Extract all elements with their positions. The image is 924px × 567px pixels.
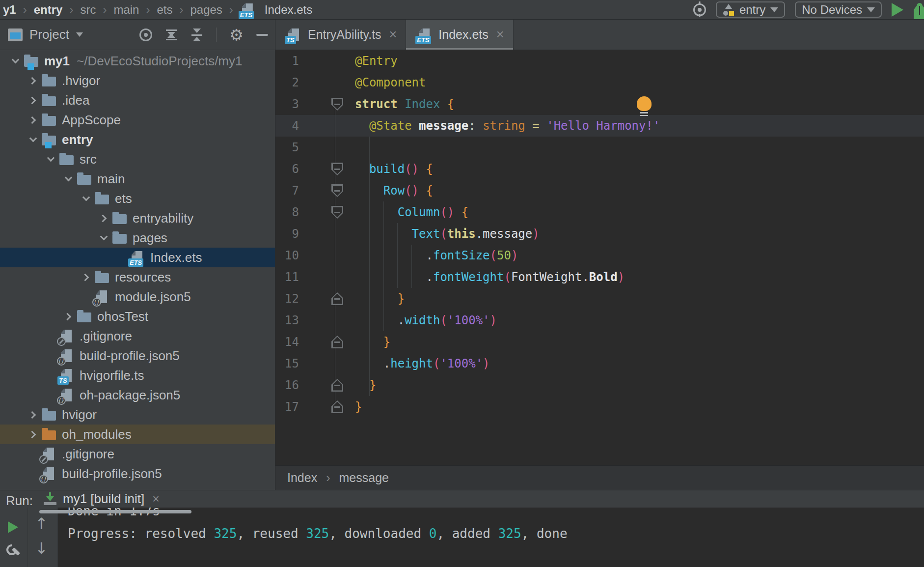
attach-target-icon[interactable] (693, 3, 706, 16)
tree-row--hvigor[interactable]: .hvigor (0, 71, 275, 90)
tree-row-src[interactable]: src (0, 149, 275, 169)
tree-row-ets[interactable]: ets (0, 189, 275, 208)
code-line-12[interactable]: 12 } (275, 288, 924, 310)
chevron-right-icon[interactable] (60, 314, 77, 319)
code-line-2[interactable]: 2@Component (275, 72, 924, 93)
run-button[interactable] (892, 3, 903, 17)
chevron-down-icon[interactable] (7, 59, 24, 62)
close-icon[interactable]: × (152, 492, 160, 506)
breadcrumb-item-pages[interactable]: pages (190, 3, 222, 17)
scroll-down-icon[interactable]: ↓ (35, 539, 48, 558)
tab-entryability-ts[interactable]: TSEntryAbility.ts× (275, 20, 406, 50)
chevron-down-icon[interactable] (60, 177, 77, 180)
breadcrumb-item-y1[interactable]: y1 (3, 3, 16, 17)
tree-item-label: AppScope (62, 113, 121, 128)
code-line-4[interactable]: 4 @State message: string = 'Hello Harmon… (275, 115, 924, 137)
chevron-right-icon[interactable] (78, 275, 94, 280)
wrench-icon[interactable] (6, 544, 21, 559)
chevron-down-icon[interactable] (76, 32, 83, 37)
collapse-all-icon[interactable] (190, 28, 203, 41)
chevron-right-icon[interactable] (25, 412, 41, 418)
fold-close-marker[interactable] (331, 400, 343, 413)
code-line-16[interactable]: 16 } (275, 374, 924, 396)
project-view-title[interactable]: Project (29, 27, 69, 42)
fold-close-marker[interactable] (331, 379, 343, 392)
code-line-15[interactable]: 15 .height('100%') (275, 353, 924, 374)
chevron-right-icon[interactable] (95, 216, 112, 221)
code-line-5[interactable]: 5 (275, 137, 924, 158)
close-icon[interactable]: × (389, 28, 397, 41)
device-selector[interactable]: No Devices (795, 1, 882, 18)
run-tab[interactable]: my1 [build init] × (43, 491, 160, 507)
tree-row-module-json5[interactable]: {}module.json5 (0, 287, 275, 307)
tree-row-resources[interactable]: resources (0, 267, 275, 287)
code-line-10[interactable]: 10 .fontSize(50) (275, 245, 924, 266)
editor-breadcrumb-item-index[interactable]: Index (287, 471, 317, 485)
run-console[interactable]: Done in 1.7sProgress: resolved 325, reus… (58, 508, 924, 567)
tab-label: Index.ets (438, 28, 488, 42)
tree-row--idea[interactable]: .idea (0, 90, 275, 110)
locate-file-icon[interactable] (139, 28, 152, 41)
hide-panel-icon[interactable] (256, 34, 268, 36)
code-line-9[interactable]: 9 Text(this.message) (275, 223, 924, 245)
tree-row-my1[interactable]: my1~/DevEcoStudioProjects/my1 (0, 51, 275, 71)
code-line-13[interactable]: 13 .width('100%') (275, 310, 924, 331)
fold-close-marker[interactable] (331, 292, 343, 305)
top-toolbar: y1›entry›src›main›ets›pages›ETSIndex.ets… (0, 0, 924, 20)
breadcrumb-item-index-ets[interactable]: ETSIndex.ets (240, 2, 312, 17)
code-line-3[interactable]: 3struct Index { (275, 93, 924, 115)
code-line-1[interactable]: 1@Entry (275, 50, 924, 72)
tree-row-hvigorfile-ts[interactable]: TShvigorfile.ts (0, 366, 275, 385)
chevron-down-icon[interactable] (95, 236, 112, 239)
tree-row-build-profile-json5[interactable]: {}build-profile.json5 (0, 346, 275, 366)
code-line-7[interactable]: 7 Row() { (275, 180, 924, 201)
scroll-up-icon[interactable]: ↑ (35, 514, 48, 533)
tree-row-ohostest[interactable]: ohosTest (0, 307, 275, 326)
code-line-6[interactable]: 6 build() { (275, 158, 924, 180)
breadcrumb-item-entry[interactable]: entry (34, 3, 63, 17)
tree-row-appscope[interactable]: AppScope (0, 110, 275, 130)
breadcrumb-item-ets[interactable]: ets (157, 3, 172, 17)
gear-icon[interactable]: ⚙ (229, 28, 244, 41)
chevron-right-icon[interactable] (25, 98, 41, 103)
breadcrumb-item-main[interactable]: main (113, 3, 139, 17)
tree-row-hvigor[interactable]: hvigor (0, 405, 275, 425)
tree-row-entryability[interactable]: entryability (0, 208, 275, 228)
editor-breadcrumb-item-message[interactable]: message (339, 471, 389, 485)
breadcrumb-item-src[interactable]: src (80, 3, 96, 17)
expand-all-icon[interactable] (165, 28, 178, 41)
rerun-button[interactable] (8, 521, 18, 533)
fold-open-marker[interactable] (331, 98, 343, 111)
tree-row-index-ets[interactable]: ETSIndex.ets (0, 248, 275, 267)
code-line-8[interactable]: 8 Column() { (275, 201, 924, 223)
fold-close-marker[interactable] (331, 336, 343, 348)
chevron-down-icon[interactable] (42, 158, 59, 161)
close-icon[interactable]: × (496, 28, 504, 41)
progress-bar (39, 510, 191, 513)
tree-row--gitignore[interactable]: .gitignore (0, 444, 275, 464)
tree-row--gitignore[interactable]: .gitignore (0, 326, 275, 346)
code-line-11[interactable]: 11 .fontWeight(FontWeight.Bold) (275, 266, 924, 288)
chevron-right-icon[interactable] (25, 432, 41, 437)
code-editor[interactable]: 1@Entry2@Component3struct Index {4 @Stat… (275, 50, 924, 465)
chevron-right-icon[interactable] (25, 117, 41, 123)
module-selector[interactable]: entry (716, 1, 785, 18)
tree-row-main[interactable]: main (0, 169, 275, 189)
tab-index-ets[interactable]: ETSIndex.ets× (406, 20, 513, 50)
code-text: .fontSize(50) (348, 245, 518, 266)
intention-bulb-icon[interactable] (637, 96, 652, 111)
fold-open-marker[interactable] (331, 184, 343, 197)
tree-row-oh-package-json5[interactable]: {}oh-package.json5 (0, 385, 275, 405)
tree-row-oh_modules[interactable]: oh_modules (0, 425, 275, 444)
tree-row-entry[interactable]: entry (0, 130, 275, 149)
tree-row-build-profile-json5[interactable]: {}build-profile.json5 (0, 464, 275, 483)
debug-button[interactable] (913, 2, 924, 17)
chevron-right-icon[interactable] (25, 78, 41, 84)
code-line-17[interactable]: 17} (275, 396, 924, 418)
chevron-down-icon[interactable] (78, 197, 94, 200)
fold-open-marker[interactable] (331, 163, 343, 175)
chevron-down-icon[interactable] (25, 138, 41, 141)
code-line-14[interactable]: 14 } (275, 331, 924, 353)
tree-row-pages[interactable]: pages (0, 228, 275, 248)
fold-open-marker[interactable] (331, 206, 343, 219)
